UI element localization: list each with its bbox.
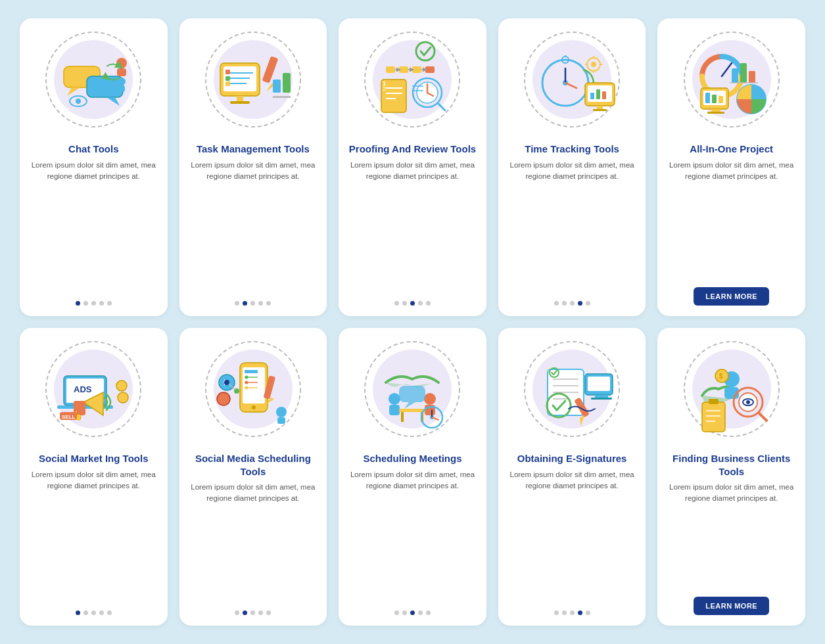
dot-chat-tools-1 [83,301,88,306]
svg-rect-127 [399,409,425,412]
card-finding-clients: $ Finding Business Clients Tools Lorem i… [657,328,805,626]
card-proofing-review: 1 2 Proofing And Review Tools Lorem ipsu… [339,18,486,316]
card-dots-proofing-review [394,301,431,306]
svg-rect-120 [277,417,285,424]
card-dots-time-tracking [554,301,590,306]
svg-point-108 [245,380,248,384]
svg-rect-11 [118,85,125,92]
dot-obtaining-esignatures-3 [578,610,582,615]
svg-point-103 [252,405,256,409]
svg-rect-33 [399,66,408,73]
card-dots-scheduling-meetings [394,610,431,615]
dot-obtaining-esignatures-2 [570,610,575,615]
svg-rect-35 [425,66,435,73]
svg-point-119 [276,407,287,417]
dot-task-management-3 [258,301,263,306]
svg-rect-124 [389,405,400,415]
svg-rect-128 [401,412,404,422]
svg-point-115 [217,392,230,405]
card-title-chat-tools: Chat Tools [59,140,128,160]
card-dots-chat-tools [76,301,112,306]
svg-rect-27 [283,73,291,93]
card-illustration-social-scheduling: f [179,328,327,449]
dot-time-tracking-3 [578,301,582,306]
dot-chat-tools-4 [107,301,112,306]
svg-rect-70 [593,109,607,111]
card-title-obtaining-esignatures: Obtaining E-Signatures [508,449,636,469]
dot-task-management-2 [250,301,255,306]
card-title-scheduling-meetings: Scheduling Meetings [354,449,471,469]
card-desc-all-in-one: Lorem ipsum dolor sit dim amet, mea regi… [657,160,805,283]
card-social-scheduling: f Social Media Scheduling Tools Lorem ip… [179,328,327,626]
svg-point-59 [591,62,596,67]
svg-rect-104 [245,370,258,373]
learn-more-button-finding-clients[interactable]: LEARN MORE [694,597,769,615]
svg-point-8 [116,58,127,68]
card-desc-obtaining-esignatures: Lorem ipsum dolor sit dim amet, mea regi… [498,469,646,605]
svg-rect-76 [749,71,755,83]
svg-text:ADS: ADS [74,384,92,394]
card-social-marketing: ADS 👆 SELL Social Market Ing Tools Lorem… [20,328,168,626]
card-title-finding-clients: Finding Business Clients Tools [657,449,805,482]
card-desc-social-scheduling: Lorem ipsum dolor sit dim amet, mea regi… [179,482,327,604]
svg-rect-19 [225,70,230,74]
card-desc-scheduling-meetings: Lorem ipsum dolor sit dim amet, mea regi… [339,469,486,605]
svg-rect-80 [705,93,710,103]
dot-scheduling-meetings-2 [410,610,415,615]
svg-rect-22 [237,96,243,101]
dot-time-tracking-1 [562,301,567,306]
dot-scheduling-meetings-3 [418,610,423,615]
svg-point-97 [116,380,127,391]
svg-rect-161 [709,399,719,404]
dot-social-scheduling-0 [235,610,239,615]
dot-time-tracking-4 [586,301,590,306]
card-illustration-finding-clients: $ [657,328,805,449]
card-task-management: Task Management Tools Lorem ipsum dolor … [179,18,327,316]
svg-rect-9 [117,68,126,76]
svg-rect-68 [602,91,606,99]
dot-proofing-review-1 [402,301,407,306]
svg-point-98 [118,392,128,403]
card-dots-social-scheduling [235,610,271,615]
svg-point-106 [245,375,248,379]
dot-proofing-review-0 [394,301,399,306]
card-illustration-obtaining-esignatures [498,328,646,449]
svg-rect-148 [588,377,610,391]
card-title-time-tracking: Time Tracking Tools [515,140,628,160]
dot-scheduling-meetings-0 [394,610,399,615]
svg-rect-66 [590,93,594,99]
card-time-tracking: Time Tracking Tools Lorem ipsum dolor si… [498,18,646,316]
card-obtaining-esignatures: Obtaining E-Signatures Lorem ipsum dolor… [498,328,646,626]
dot-task-management-1 [243,301,247,306]
card-title-social-marketing: Social Market Ing Tools [30,449,157,469]
svg-rect-74 [732,68,738,83]
dot-scheduling-meetings-4 [426,610,431,615]
svg-rect-20 [225,76,230,81]
dot-social-scheduling-2 [250,610,255,615]
svg-rect-69 [597,106,603,109]
svg-rect-150 [591,398,612,400]
dot-social-marketing-3 [99,610,104,615]
dot-social-scheduling-3 [258,610,263,615]
card-title-task-management: Task Management Tools [187,140,319,160]
learn-more-button-all-in-one[interactable]: LEARN MORE [694,287,769,306]
card-all-in-one: All-In-One Project Lorem ipsum dolor sit… [657,18,805,316]
card-illustration-proofing-review: 1 2 [339,18,486,140]
svg-rect-81 [712,95,717,103]
card-chat-tools: Chat Tools Lorem ipsum dolor sit dim ame… [20,18,168,316]
svg-point-110 [245,386,248,389]
svg-rect-134 [399,386,425,402]
svg-rect-34 [412,66,421,73]
dot-task-management-4 [266,301,271,306]
dot-social-marketing-4 [107,610,112,615]
card-title-social-scheduling: Social Media Scheduling Tools [179,449,327,482]
card-dots-task-management [235,301,271,306]
dot-time-tracking-0 [554,301,559,306]
dot-proofing-review-2 [410,301,415,306]
dot-social-marketing-1 [83,610,88,615]
dot-time-tracking-2 [570,301,575,306]
dot-obtaining-esignatures-0 [554,610,559,615]
svg-rect-23 [230,101,250,104]
svg-rect-21 [225,81,230,86]
svg-point-125 [424,393,436,405]
